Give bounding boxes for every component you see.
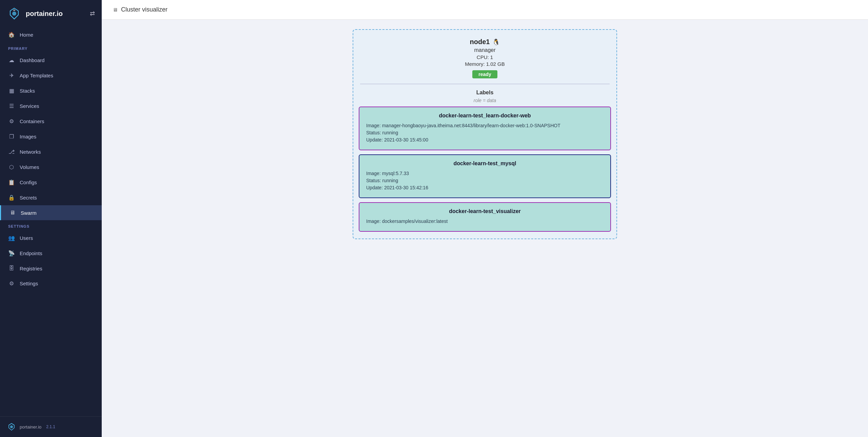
node-status-badge: ready	[472, 70, 497, 78]
sidebar-item-users-label: Users	[20, 235, 33, 241]
svg-point-6	[10, 425, 13, 428]
sidebar-item-containers[interactable]: ⚙ Containers	[0, 114, 102, 129]
services-icon: ☰	[8, 103, 15, 109]
sidebar-item-images[interactable]: ❐ Images	[0, 129, 102, 144]
sidebar-item-endpoints-label: Endpoints	[20, 250, 42, 256]
service-card-web: docker-learn-test_learn-docker-web Image…	[359, 107, 611, 150]
node-labels-section: Labels role = data	[353, 90, 616, 107]
home-icon: 🏠	[8, 32, 15, 38]
cluster-visualizer-icon: 🖥	[113, 7, 118, 13]
portainer-logo-icon	[7, 6, 22, 21]
sidebar-item-dashboard-label: Dashboard	[20, 57, 44, 63]
sidebar-footer: portainer.io 2.1.1	[0, 416, 102, 437]
service-update-mysql: Update: 2021-03-30 15:42:16	[366, 185, 604, 190]
sidebar-item-registries-label: Registries	[20, 266, 42, 271]
sidebar-item-networks-label: Networks	[20, 149, 41, 155]
sidebar-item-home[interactable]: 🏠 Home	[0, 27, 102, 42]
section-label-primary: PRIMARY	[0, 42, 102, 53]
sidebar: portainer.io ⇄ 🏠 Home PRIMARY ☁ Dashboar…	[0, 0, 102, 437]
sidebar-item-users[interactable]: 👥 Users	[0, 230, 102, 246]
sidebar-item-secrets[interactable]: 🔒 Secrets	[0, 190, 102, 205]
stacks-icon: ▦	[8, 88, 15, 94]
service-status-web: Status: running	[366, 130, 604, 135]
node-cpu: CPU: 1	[360, 54, 610, 60]
volumes-icon: ⬡	[8, 164, 15, 170]
node-divider	[360, 84, 610, 84]
sidebar-item-images-label: Images	[20, 134, 36, 139]
services-list: docker-learn-test_learn-docker-web Image…	[353, 107, 616, 232]
sidebar-navigation: 🏠 Home PRIMARY ☁ Dashboard ✈ App Templat…	[0, 27, 102, 416]
sidebar-item-app-templates-label: App Templates	[20, 73, 53, 78]
section-label-settings: SETTINGS	[0, 220, 102, 230]
service-card-visualizer: docker-learn-test_visualizer Image: dock…	[359, 202, 611, 232]
sidebar-item-secrets-label: Secrets	[20, 195, 37, 201]
page-title: Cluster visualizer	[121, 6, 167, 13]
labels-title: Labels	[360, 90, 610, 96]
registries-icon: 🗄	[8, 265, 15, 271]
sidebar-item-volumes-label: Volumes	[20, 164, 39, 170]
secrets-icon: 🔒	[8, 194, 15, 201]
sidebar-item-configs[interactable]: 📋 Configs	[0, 175, 102, 190]
service-update-web: Update: 2021-03-30 15:45:00	[366, 137, 604, 142]
main-content: 🖥 Cluster visualizer node1 🐧 manager CPU…	[102, 0, 868, 437]
sidebar-item-volumes[interactable]: ⬡ Volumes	[0, 159, 102, 175]
sidebar-item-dashboard[interactable]: ☁ Dashboard	[0, 53, 102, 68]
app-templates-icon: ✈	[8, 72, 15, 79]
node-memory: Memory: 1.02 GB	[360, 61, 610, 67]
sidebar-item-settings-label: Settings	[20, 281, 38, 286]
service-name-visualizer: docker-learn-test_visualizer	[366, 208, 604, 214]
swarm-icon: 🖥	[9, 210, 16, 216]
settings-icon: ⚙	[8, 280, 15, 287]
node-name: node1 🐧	[360, 38, 610, 46]
containers-icon: ⚙	[8, 118, 15, 125]
sidebar-item-settings[interactable]: ⚙ Settings	[0, 276, 102, 291]
service-name-web: docker-learn-test_learn-docker-web	[366, 113, 604, 119]
service-image-mysql: Image: mysql:5.7.33	[366, 171, 604, 176]
service-image-web: Image: manager-hongbaoyu-java.itheima.ne…	[366, 123, 604, 128]
sidebar-item-services-label: Services	[20, 103, 39, 109]
sidebar-item-home-label: Home	[20, 32, 33, 38]
sidebar-item-services[interactable]: ☰ Services	[0, 98, 102, 114]
content-area: node1 🐧 manager CPU: 1 Memory: 1.02 GB r…	[102, 20, 868, 437]
node-role: manager	[360, 47, 610, 53]
service-name-mysql: docker-learn-test_mysql	[366, 160, 604, 167]
service-status-mysql: Status: running	[366, 178, 604, 183]
sidebar-switch-icon[interactable]: ⇄	[90, 10, 95, 17]
service-card-mysql: docker-learn-test_mysql Image: mysql:5.7…	[359, 154, 611, 198]
svg-rect-3	[13, 10, 15, 11]
sidebar-item-stacks[interactable]: ▦ Stacks	[0, 83, 102, 98]
sidebar-item-app-templates[interactable]: ✈ App Templates	[0, 68, 102, 83]
images-icon: ❐	[8, 133, 15, 140]
sidebar-item-networks[interactable]: ⎇ Networks	[0, 144, 102, 159]
linux-icon: 🐧	[492, 38, 500, 46]
footer-version: 2.1.1	[46, 424, 55, 429]
sidebar-item-configs-label: Configs	[20, 179, 37, 185]
footer-portainer-logo-icon	[7, 422, 16, 432]
networks-icon: ⎇	[8, 149, 15, 155]
sidebar-item-swarm[interactable]: 🖥 Swarm	[0, 205, 102, 220]
sidebar-item-containers-label: Containers	[20, 118, 44, 124]
logo-text: portainer.io	[26, 10, 63, 18]
sidebar-item-stacks-label: Stacks	[20, 88, 35, 94]
sidebar-item-swarm-label: Swarm	[21, 210, 37, 216]
footer-logo-text: portainer.io	[20, 424, 41, 430]
node-header: node1 🐧 manager CPU: 1 Memory: 1.02 GB r…	[353, 30, 616, 84]
configs-icon: 📋	[8, 179, 15, 186]
logo-area: portainer.io ⇄	[0, 0, 102, 27]
users-icon: 👥	[8, 235, 15, 241]
sidebar-item-registries[interactable]: 🗄 Registries	[0, 261, 102, 276]
svg-point-2	[12, 12, 16, 16]
top-bar: 🖥 Cluster visualizer	[102, 0, 868, 20]
dashboard-icon: ☁	[8, 57, 15, 63]
service-image-visualizer: Image: dockersamples/visualizer:latest	[366, 218, 604, 224]
endpoints-icon: 📡	[8, 250, 15, 256]
sidebar-item-endpoints[interactable]: 📡 Endpoints	[0, 246, 102, 261]
label-value: role = data	[360, 98, 610, 103]
cluster-visualizer-box: node1 🐧 manager CPU: 1 Memory: 1.02 GB r…	[353, 29, 617, 239]
